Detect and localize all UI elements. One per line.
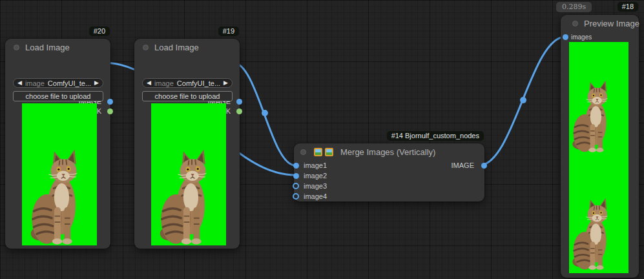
input-port-image2[interactable] — [293, 173, 299, 179]
execution-time-badge: 0.289s — [556, 2, 592, 12]
input-label-image2: image2 — [304, 171, 327, 180]
merged-image-preview — [569, 42, 628, 273]
cat-image — [571, 188, 612, 271]
image-icon — [314, 148, 322, 156]
input-label-images: images — [571, 33, 592, 42]
node-id-badge: #18 — [618, 2, 638, 12]
combo-prev-icon[interactable]: ◀ — [17, 79, 22, 87]
image-combo-widget[interactable]: ◀ image ComfyUI_te... ▶ — [13, 78, 103, 88]
node-id-badge: #19 — [218, 26, 239, 36]
node-title: Load Image — [154, 43, 199, 52]
node-title: Load Image — [25, 43, 70, 52]
node-id-badge: #14 Bjornulf_custom_nodes — [387, 131, 484, 141]
collapse-dot-icon[interactable] — [143, 45, 149, 50]
output-label-image: IMAGE — [435, 161, 474, 170]
input-label-image1: image1 — [304, 161, 327, 170]
loaded-image-preview — [22, 103, 97, 245]
output-port-image[interactable] — [481, 163, 487, 169]
combo-widget-value: ComfyUI_te... — [177, 79, 220, 87]
combo-widget-value: ComfyUI_te... — [48, 79, 91, 87]
node-title-bar[interactable]: Load Image — [134, 39, 240, 56]
node-title-bar[interactable]: Load Image — [5, 39, 110, 56]
combo-widget-name: image — [25, 79, 45, 87]
input-port-images[interactable] — [563, 34, 568, 40]
input-label-image4: image4 — [304, 192, 327, 201]
choose-file-button[interactable]: choose file to upload — [142, 91, 233, 101]
output-port-image[interactable] — [236, 99, 242, 105]
output-port-mask[interactable] — [107, 108, 113, 114]
choose-file-button[interactable]: choose file to upload — [13, 91, 103, 101]
cat-image — [25, 149, 87, 245]
node-id-badge: #20 — [89, 26, 110, 36]
node-load-image-20[interactable]: #20 Load Image IMAGE MASK ◀ image ComfyU… — [5, 39, 110, 249]
node-merge-images-vertically[interactable]: #14 Bjornulf_custom_nodes Merge Images (… — [294, 143, 484, 202]
output-port-mask[interactable] — [236, 108, 242, 114]
node-title: Preview Image — [584, 19, 639, 28]
input-label-image3: image3 — [304, 181, 327, 191]
node-load-image-19[interactable]: #19 Load Image IMAGE MASK ◀ image ComfyU… — [134, 39, 240, 249]
comfyui-graph-canvas[interactable]: { "colors": { "canvas_bg": "#232323", "n… — [0, 0, 644, 279]
collapse-dot-icon[interactable] — [300, 149, 306, 155]
input-port-image3[interactable] — [293, 183, 299, 189]
image-icon — [325, 148, 333, 156]
node-preview-image[interactable]: 0.289s #18 Preview Image images — [561, 15, 639, 278]
link-midpoint-dot — [262, 110, 268, 116]
combo-widget-name: image — [154, 79, 174, 87]
node-title: Merge Images (Vertically) — [340, 147, 435, 157]
loaded-image-preview — [151, 103, 226, 245]
combo-next-icon[interactable]: ▶ — [223, 79, 228, 87]
collapse-dot-icon[interactable] — [14, 45, 19, 50]
combo-prev-icon[interactable]: ◀ — [147, 79, 151, 87]
input-port-image1[interactable] — [293, 163, 299, 169]
output-port-image[interactable] — [107, 99, 113, 105]
input-port-image4[interactable] — [293, 193, 299, 200]
link-midpoint-dot — [520, 97, 526, 103]
collapse-dot-icon[interactable] — [572, 21, 578, 26]
cat-image — [571, 70, 612, 153]
image-combo-widget[interactable]: ◀ image ComfyUI_te... ▶ — [142, 78, 233, 88]
cat-image — [154, 149, 216, 245]
node-title-bar[interactable]: Merge Images (Vertically) — [294, 143, 484, 160]
combo-next-icon[interactable]: ▶ — [94, 79, 99, 87]
node-title-bar[interactable]: Preview Image — [561, 15, 639, 32]
